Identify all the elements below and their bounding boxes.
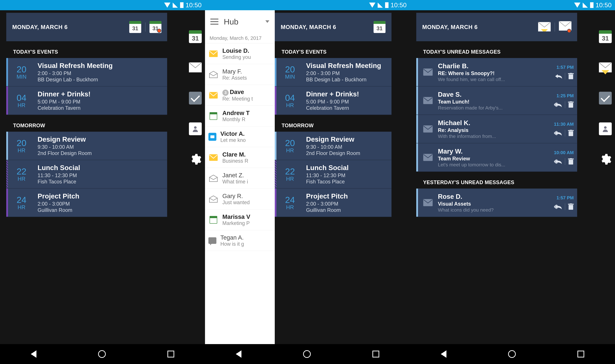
dock-settings[interactable] (189, 153, 202, 166)
section-today: TODAY'S EVENTS (6, 41, 167, 58)
event-title: Dinner + Drinks! (306, 90, 392, 98)
svg-rect-25 (423, 199, 433, 206)
status-time: 10:50 (391, 1, 407, 9)
menu-icon[interactable] (210, 19, 219, 25)
reply-icon[interactable] (555, 73, 562, 79)
reply-all-icon[interactable] (554, 102, 562, 107)
hub-row[interactable]: Victor A. Let me kno (205, 126, 275, 147)
delete-icon[interactable] (568, 158, 574, 165)
event-card[interactable]: 22HR Lunch Social 11:30 - 12:30 PM Fish … (6, 160, 167, 189)
delete-icon[interactable] (568, 204, 574, 210)
svg-point-1 (194, 126, 197, 129)
message-sender: Charlie B. (438, 62, 555, 70)
status-bar: 10:50 (205, 0, 410, 10)
widget-header: MONDAY, MARCH 6 31 (275, 13, 392, 41)
message-card[interactable]: Dave S. Team Lunch! Reservation made for… (416, 86, 577, 115)
event-card[interactable]: 24HR Project Pitch 2:00 - 3:00PM Guilliv… (6, 189, 167, 217)
dock-settings[interactable] (599, 153, 612, 166)
mail-icon (418, 125, 438, 132)
nav-recent-icon[interactable] (577, 351, 584, 357)
reply-all-icon[interactable] (554, 204, 562, 209)
event-countdown-value: 04 (8, 93, 35, 103)
event-card[interactable]: 04HR Dinner + Drinks! 5:00 PM - 9:00 PM … (6, 86, 167, 115)
event-card[interactable]: 24HR Project Pitch 2:00 - 3:00PM Guilliv… (275, 189, 392, 217)
hub-preview: How is it g (220, 241, 271, 247)
event-color-stripe (275, 189, 276, 217)
message-card[interactable]: Mary W. Team Review Let's meet up tomorr… (416, 143, 577, 172)
widget-header: MONDAY, MARCH 6 31 31 (6, 13, 167, 41)
hub-preview: Let me kno (220, 137, 271, 143)
delete-icon[interactable] (568, 130, 574, 136)
message-card[interactable]: Michael K. Re: Analysis With the informa… (416, 115, 577, 143)
dock-mail[interactable] (599, 61, 612, 74)
nav-back-icon[interactable] (236, 350, 241, 358)
nav-back-icon[interactable] (31, 350, 36, 358)
delete-icon[interactable] (568, 73, 574, 79)
event-card[interactable]: 04HR Dinner + Drinks! 5:00 PM - 9:00 PM … (275, 86, 392, 115)
nav-home-icon[interactable] (508, 350, 516, 358)
chevron-down-icon[interactable] (265, 20, 269, 23)
event-color-stripe (6, 86, 8, 115)
nav-home-icon[interactable] (303, 350, 311, 358)
hub-row[interactable]: Clare M. Business R (205, 147, 275, 168)
hub-row[interactable]: Tegan A. How is it g (205, 230, 275, 251)
nav-recent-icon[interactable] (372, 351, 379, 357)
phone-screen-1: 10:50 31 MONDAY, MARCH 6 31 31 TODAY'S E… (0, 0, 205, 364)
svg-rect-9 (423, 68, 433, 76)
event-countdown-value: 24 (276, 195, 303, 205)
hub-sender: Marissa V (222, 213, 271, 220)
nav-home-icon[interactable] (98, 350, 106, 358)
calendar-event-icon (208, 112, 219, 120)
message-subject: Team Lunch! (438, 99, 554, 105)
reply-all-icon[interactable] (554, 159, 562, 164)
mail-icon (418, 68, 438, 76)
nav-back-icon[interactable] (441, 350, 446, 358)
reply-all-icon[interactable] (554, 130, 562, 136)
hub-row[interactable]: Mary F. Re: Assets (205, 64, 275, 85)
hub-preview: What time i (222, 179, 271, 185)
message-sender: Rose D. (438, 193, 554, 200)
dock-contacts[interactable] (189, 122, 202, 136)
dock-tasks[interactable] (599, 91, 612, 105)
notification-badge-icon (567, 29, 571, 33)
event-countdown-value: 20 (276, 64, 303, 74)
hub-row[interactable]: Marissa V Marketing P (205, 209, 275, 230)
svg-rect-10 (569, 74, 573, 79)
calendar-icon[interactable]: 31 (374, 21, 385, 33)
nav-recent-icon[interactable] (167, 351, 174, 357)
hub-sender: 3Dave (222, 89, 271, 96)
event-time: 5:00 PM - 9:00 PM (38, 99, 167, 105)
mail-config-icon[interactable] (559, 21, 571, 33)
event-card[interactable]: 20MIN Visual Refresh Meeting 2:00 - 3:00… (275, 58, 392, 86)
dock-calendar[interactable]: 31 (599, 30, 612, 43)
event-card[interactable]: 20HR Design Review 9:30 - 10:00 AM 2nd F… (6, 132, 167, 160)
event-countdown-value: 20 (8, 64, 35, 74)
dock-contacts[interactable] (599, 122, 612, 136)
event-card[interactable]: 20HR Design Review 9:30 - 10:00 AM 2nd F… (275, 132, 392, 160)
event-card[interactable]: 22HR Lunch Social 11:30 - 12:30 PM Fish … (275, 160, 392, 189)
hub-header: Hub (205, 10, 275, 33)
event-countdown-value: 20 (276, 138, 303, 148)
hub-row[interactable]: Louise D. Sending you (205, 43, 275, 64)
calendar-config-icon[interactable]: 31 (150, 21, 161, 33)
section-unread-today: TODAY'S UNREAD MESSAGES (416, 41, 577, 58)
dock-mail[interactable] (189, 61, 202, 74)
delete-icon[interactable] (568, 101, 574, 108)
mail-icon[interactable] (538, 22, 551, 32)
hub-row[interactable]: 3Dave Re: Meeting t (205, 85, 275, 106)
dock-tasks[interactable] (189, 91, 202, 105)
hub-sender: Louise D. (222, 47, 271, 54)
hub-row[interactable]: Gary R. Just wanted (205, 189, 275, 209)
dock-calendar[interactable]: 31 (189, 30, 202, 43)
event-time: 11:30 - 12:30 PM (306, 172, 392, 179)
calendar-icon[interactable]: 31 (129, 21, 141, 33)
svg-rect-4 (209, 154, 218, 161)
hub-row[interactable]: Andrew T Monthly R (205, 106, 275, 126)
message-card[interactable]: Charlie B. RE: Where is Snoopy?! We foun… (416, 58, 577, 86)
hub-title[interactable]: Hub (224, 17, 260, 26)
message-subject: Team Review (438, 156, 554, 162)
event-countdown-unit: HR (8, 102, 35, 108)
message-card[interactable]: Rose D. Visual Assets What icons did you… (416, 189, 577, 217)
hub-row[interactable]: Janet Z. What time i (205, 168, 275, 189)
event-card[interactable]: 20MIN Visual Refresh Meeting 2:00 - 3:00… (6, 58, 167, 86)
